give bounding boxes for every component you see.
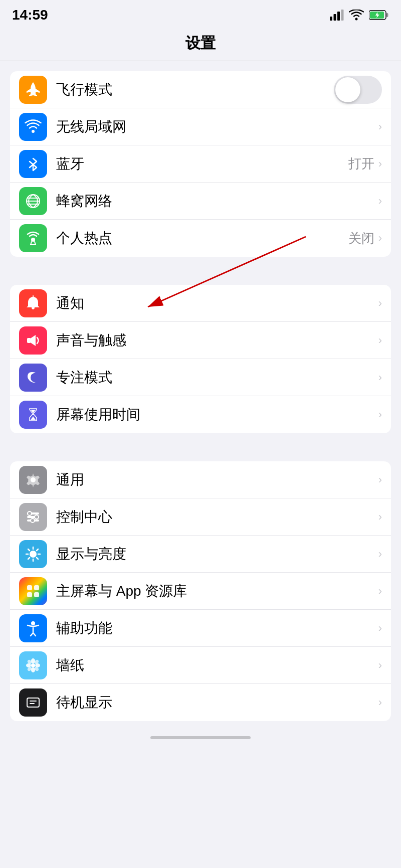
cellular-icon <box>25 193 42 210</box>
item-display[interactable]: 显示与亮度 › <box>10 536 391 573</box>
svg-point-42 <box>26 663 31 667</box>
svg-point-41 <box>31 667 35 672</box>
sound-icon-bg <box>19 326 47 355</box>
bluetooth-icon <box>25 155 42 172</box>
accessibility-icon <box>25 620 42 637</box>
card-notifications: 通知 › 声音与触感 › <box>10 285 391 433</box>
svg-point-43 <box>35 663 40 667</box>
accessibility-label: 辅助功能 <box>56 619 378 638</box>
item-general[interactable]: 通用 › <box>10 461 391 498</box>
svg-rect-48 <box>27 698 39 707</box>
screentime-label: 屏幕使用时间 <box>56 405 378 424</box>
cellular-icon-bg <box>19 187 47 215</box>
item-homescreen[interactable]: 主屏幕与 App 资源库 › <box>10 573 391 610</box>
hotspot-icon-bg <box>19 224 47 252</box>
item-accessibility[interactable]: 辅助功能 › <box>10 610 391 647</box>
svg-rect-1 <box>334 14 336 21</box>
homescreen-chevron: › <box>378 585 382 598</box>
general-label: 通用 <box>56 470 378 489</box>
bluetooth-label: 蓝牙 <box>56 154 348 173</box>
settings-container: 飞行模式 无线局域网 › <box>0 61 401 739</box>
item-screentime[interactable]: 屏幕使用时间 › <box>10 396 391 433</box>
wallpaper-chevron: › <box>378 659 382 672</box>
item-cellular[interactable]: 蜂窝网络 › <box>10 183 391 220</box>
airplane-icon-bg <box>19 76 47 104</box>
general-chevron: › <box>378 473 382 486</box>
group-general: 通用 › 控制中心 › <box>0 451 401 736</box>
accessibility-icon-bg <box>19 614 47 642</box>
bluetooth-chevron: › <box>378 157 382 170</box>
focus-label: 专注模式 <box>56 368 378 387</box>
svg-point-40 <box>31 658 35 663</box>
svg-point-25 <box>30 551 37 558</box>
item-focus[interactable]: 专注模式 › <box>10 359 391 396</box>
svg-rect-35 <box>34 585 39 590</box>
sounds-chevron: › <box>378 334 382 347</box>
svg-point-38 <box>31 621 35 625</box>
homescreen-icon-bg <box>19 577 47 605</box>
airplane-toggle[interactable] <box>334 76 382 104</box>
display-label: 显示与亮度 <box>56 545 378 564</box>
svg-line-32 <box>37 549 38 551</box>
battery-icon <box>369 10 389 21</box>
svg-point-24 <box>31 518 35 523</box>
brightness-icon <box>25 546 42 563</box>
svg-point-4 <box>355 18 358 21</box>
homescreen-icon <box>25 583 42 600</box>
hotspot-chevron: › <box>378 232 382 245</box>
bluetooth-icon-bg <box>19 150 47 178</box>
group-notifications: 通知 › 声音与触感 › <box>0 275 401 433</box>
status-bar: 14:59 <box>0 0 401 27</box>
flower-icon <box>25 657 42 674</box>
svg-line-30 <box>28 549 30 551</box>
item-bluetooth[interactable]: 蓝牙 打开 › <box>10 145 391 183</box>
svg-rect-17 <box>27 338 31 343</box>
sounds-label: 声音与触感 <box>56 331 378 350</box>
item-wifi[interactable]: 无线局域网 › <box>10 108 391 145</box>
svg-rect-6 <box>386 13 388 17</box>
standby-label: 待机显示 <box>56 693 378 712</box>
card-general: 通用 › 控制中心 › <box>10 461 391 721</box>
item-sounds[interactable]: 声音与触感 › <box>10 322 391 359</box>
home-indicator <box>150 736 251 739</box>
accessibility-chevron: › <box>378 622 382 635</box>
svg-point-13 <box>31 238 35 242</box>
flower-icon-bg <box>19 651 47 679</box>
item-standby[interactable]: 待机显示 › <box>10 684 391 721</box>
status-icons <box>330 10 389 21</box>
item-wallpaper[interactable]: 墙纸 › <box>10 647 391 684</box>
group-connectivity: 飞行模式 无线局域网 › <box>0 61 401 257</box>
svg-rect-36 <box>27 592 32 597</box>
controlcenter-label: 控制中心 <box>56 507 378 527</box>
wifi-icon <box>25 118 42 135</box>
wifi-label: 无线局域网 <box>56 117 378 136</box>
hotspot-label: 个人热点 <box>56 229 348 248</box>
screentime-chevron: › <box>378 408 382 421</box>
item-airplane[interactable]: 飞行模式 <box>10 71 391 108</box>
item-hotspot[interactable]: 个人热点 关闭 › <box>10 220 391 257</box>
sound-icon <box>25 332 42 349</box>
hourglass-icon-bg <box>19 401 47 429</box>
standby-icon-bg <box>19 688 47 717</box>
svg-rect-0 <box>330 17 332 21</box>
card-connectivity: 飞行模式 无线局域网 › <box>10 71 391 257</box>
svg-point-8 <box>32 130 35 133</box>
item-notifications[interactable]: 通知 › <box>10 285 391 322</box>
signal-icon <box>330 10 344 21</box>
notifications-label: 通知 <box>56 294 378 313</box>
brightness-icon-bg <box>19 540 47 568</box>
item-controlcenter[interactable]: 控制中心 › <box>10 498 391 536</box>
controlcenter-chevron: › <box>378 510 382 524</box>
bluetooth-value: 打开 <box>348 155 374 172</box>
wifi-chevron: › <box>378 120 382 133</box>
svg-point-22 <box>28 511 32 515</box>
notifications-chevron: › <box>378 297 382 310</box>
svg-point-39 <box>31 663 35 667</box>
moon-icon-bg <box>19 364 47 392</box>
svg-point-23 <box>35 515 39 519</box>
gear-icon <box>25 471 42 488</box>
sliders-icon <box>25 508 42 526</box>
page-title: 设置 <box>185 35 216 51</box>
svg-rect-37 <box>34 592 39 597</box>
airplane-toggle-knob <box>335 77 360 102</box>
